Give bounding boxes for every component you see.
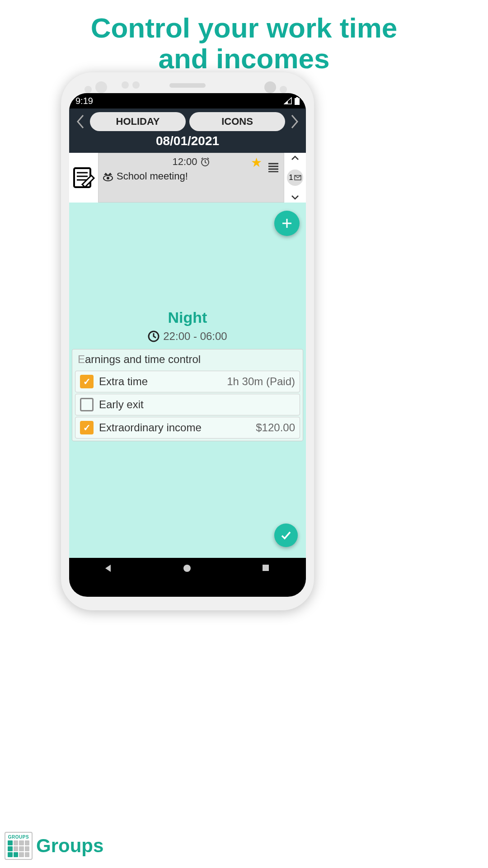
svg-rect-18	[263, 565, 269, 571]
shift-time-range: 22:00 - 06:00	[163, 330, 227, 343]
notes-icon[interactable]	[71, 165, 96, 190]
eye-crown-icon	[102, 171, 114, 181]
row-label: Extraordinary income	[99, 421, 202, 434]
earnings-panel: Earnings and time control Extra time 1h …	[72, 349, 303, 441]
promo-line1: Control your work time	[91, 12, 398, 43]
android-nav-bar	[69, 558, 306, 580]
battery-icon	[295, 97, 300, 105]
prev-chevron[interactable]	[74, 113, 86, 131]
footer-brand: GROUPS Groups	[5, 832, 103, 860]
checkbox-icon[interactable]	[80, 398, 94, 411]
next-chevron[interactable]	[289, 113, 301, 131]
add-fab[interactable]	[274, 211, 300, 236]
chevron-left-icon	[75, 113, 85, 130]
earnings-row-early-exit[interactable]: Early exit	[75, 394, 300, 415]
logo-icon: GROUPS	[5, 832, 33, 860]
current-date: 08/01/2021	[74, 134, 301, 148]
row-label: Extra time	[99, 375, 148, 388]
clock-icon	[148, 330, 160, 342]
icons-button[interactable]: ICONS	[189, 112, 285, 131]
holiday-button[interactable]: HOLIDAY	[90, 112, 186, 131]
star-icon[interactable]: ★	[251, 155, 262, 170]
day-content: Night 22:00 - 06:00 Earnings and time co…	[69, 203, 306, 558]
note-drag-icon[interactable]	[267, 162, 279, 172]
status-time: 9:19	[75, 96, 93, 106]
alarm-icon	[200, 157, 210, 167]
phone-mockup: 9:19 HOLIDAY ICONS 08/01/2021	[61, 72, 314, 610]
shift-name: Night	[69, 309, 306, 326]
plus-icon	[281, 217, 293, 230]
signal-icon	[284, 97, 292, 104]
mail-count-badge[interactable]: 1	[287, 170, 303, 186]
row-label: Early exit	[99, 398, 144, 411]
android-status-bar: 9:19	[69, 93, 306, 108]
note-time: 12:00	[172, 156, 197, 168]
checkbox-icon[interactable]	[80, 375, 94, 388]
promo-heading: Control your work time and incomes	[0, 0, 488, 74]
promo-line2: and incomes	[159, 43, 330, 74]
note-text: School meeting!	[117, 170, 188, 182]
earnings-row-extraordinary-income[interactable]: Extraordinary income $120.00	[75, 417, 300, 439]
svg-rect-0	[295, 98, 300, 105]
svg-point-17	[183, 565, 191, 572]
brand-name: Groups	[36, 835, 103, 857]
badge-number: 1	[289, 173, 293, 182]
nav-home-icon[interactable]	[183, 564, 192, 574]
row-value: 1h 30m (Paid)	[227, 375, 295, 388]
mail-icon	[294, 175, 301, 180]
chevron-up-icon[interactable]	[291, 155, 300, 161]
svg-rect-1	[296, 97, 298, 98]
earnings-row-extra-time[interactable]: Extra time 1h 30m (Paid)	[75, 371, 300, 392]
nav-recents-icon[interactable]	[262, 564, 272, 574]
note-strip: 12:00 School meeting! ★ 1	[69, 153, 306, 203]
nav-back-icon[interactable]	[103, 564, 113, 574]
check-icon	[280, 529, 292, 542]
chevron-down-icon[interactable]	[291, 194, 300, 201]
svg-point-8	[107, 177, 109, 179]
checkbox-icon[interactable]	[80, 421, 94, 434]
confirm-fab[interactable]	[274, 524, 298, 547]
app-header: HOLIDAY ICONS 08/01/2021	[69, 108, 306, 153]
earnings-title: Earnings and time control	[72, 352, 303, 369]
chevron-right-icon	[290, 113, 300, 130]
note-card[interactable]: 12:00 School meeting! ★	[98, 153, 284, 203]
row-value: $120.00	[256, 421, 295, 434]
logo-label: GROUPS	[8, 835, 29, 840]
